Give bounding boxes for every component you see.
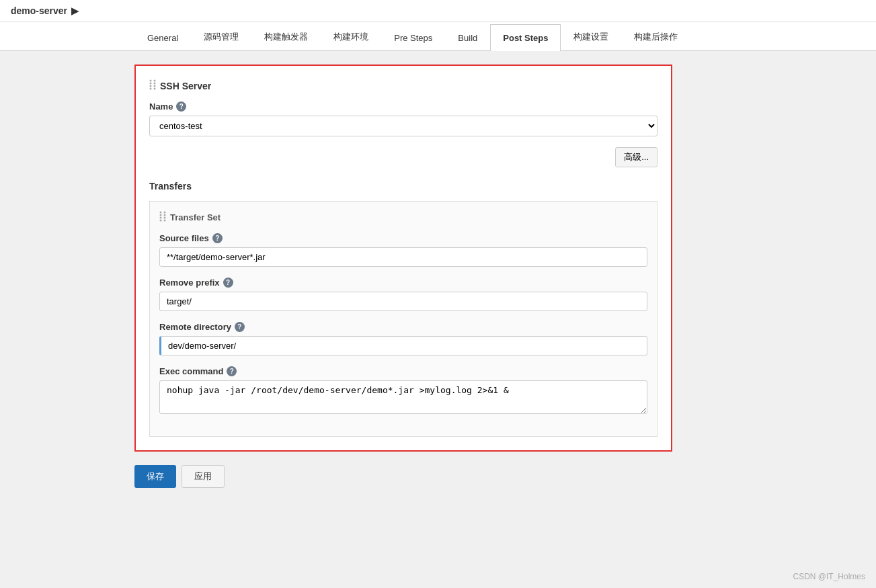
svg-point-14 [160,220,162,222]
remove-prefix-group: Remove prefix ? [159,278,647,311]
transfers-title: Transfers [149,181,658,192]
source-files-label: Source files [159,233,209,243]
remove-prefix-help-icon[interactable]: ? [223,278,233,288]
svg-point-9 [164,212,166,214]
transfer-set-panel: Transfer Set Source files ? Remove prefi… [149,201,658,437]
tab-build-triggers[interactable]: 构建触发器 [251,22,321,51]
apply-button[interactable]: 应用 [182,465,225,488]
remove-prefix-label-row: Remove prefix ? [159,278,647,288]
footer-buttons: 保存 应用 [134,465,863,488]
ssh-server-panel: SSH Server Name ? centos-test 高级... Tran… [134,65,672,452]
name-select[interactable]: centos-test [149,116,658,136]
tab-navigation: General 源码管理 构建触发器 构建环境 Pre Steps Build … [0,22,876,51]
breadcrumb-bar: demo-server ▶ [0,0,876,22]
svg-point-5 [154,85,156,87]
source-files-label-row: Source files ? [159,233,647,243]
svg-point-4 [150,85,152,87]
tab-build[interactable]: Build [445,24,490,51]
breadcrumb-project[interactable]: demo-server [11,5,67,16]
source-files-group: Source files ? [159,233,647,267]
advanced-button[interactable]: 高级... [615,147,658,167]
transfer-set-drag-icon [159,211,166,224]
tab-pre-steps[interactable]: Pre Steps [381,24,445,51]
tab-source[interactable]: 源码管理 [191,22,251,51]
remote-directory-input[interactable] [159,336,647,355]
remote-directory-label: Remote directory [159,322,231,332]
source-files-input[interactable] [159,247,647,267]
svg-point-12 [160,217,162,219]
breadcrumb-arrow-icon: ▶ [71,5,79,16]
tab-general[interactable]: General [134,24,191,51]
advanced-row: 高级... [149,147,658,174]
tab-post-steps[interactable]: Post Steps [490,24,561,51]
watermark: CSDN @IT_Holmes [793,572,865,581]
drag-handle-icon [149,79,156,92]
remote-directory-label-row: Remote directory ? [159,322,647,332]
svg-point-6 [150,88,152,90]
remove-prefix-input[interactable] [159,292,647,311]
tab-build-settings[interactable]: 构建设置 [561,22,621,51]
exec-command-label: Exec command [159,366,223,376]
transfer-set-label: Transfer Set [170,212,221,222]
svg-point-0 [150,80,152,82]
svg-point-2 [150,83,152,85]
ssh-server-label: SSH Server [160,81,211,91]
svg-point-1 [154,80,156,82]
source-files-help-icon[interactable]: ? [212,233,223,243]
tab-build-env[interactable]: 构建环境 [321,22,381,51]
svg-point-10 [160,214,162,216]
exec-command-group: Exec command ? nohup java -jar /root/dev… [159,366,647,416]
remote-directory-help-icon[interactable]: ? [235,322,245,332]
name-form-group: Name ? centos-test [149,101,658,136]
remove-prefix-label: Remove prefix [159,278,220,288]
svg-point-15 [164,220,166,222]
main-content: SSH Server Name ? centos-test 高级... Tran… [0,51,876,585]
exec-command-help-icon[interactable]: ? [227,366,237,376]
svg-point-8 [160,212,162,214]
svg-point-7 [154,88,156,90]
transfers-section: Transfers [149,181,658,437]
save-button[interactable]: 保存 [134,465,176,488]
name-label: Name [149,101,173,112]
ssh-server-title: SSH Server [149,79,658,92]
svg-point-3 [154,83,156,85]
exec-command-textarea[interactable]: nohup java -jar /root/dev/demo-server/de… [159,380,647,414]
name-label-row: Name ? [149,101,658,112]
svg-point-13 [164,217,166,219]
remote-directory-group: Remote directory ? [159,322,647,355]
transfer-set-title: Transfer Set [159,211,647,224]
name-help-icon[interactable]: ? [176,101,186,112]
tab-post-build[interactable]: 构建后操作 [621,22,690,51]
svg-point-11 [164,214,166,216]
exec-command-label-row: Exec command ? [159,366,647,376]
